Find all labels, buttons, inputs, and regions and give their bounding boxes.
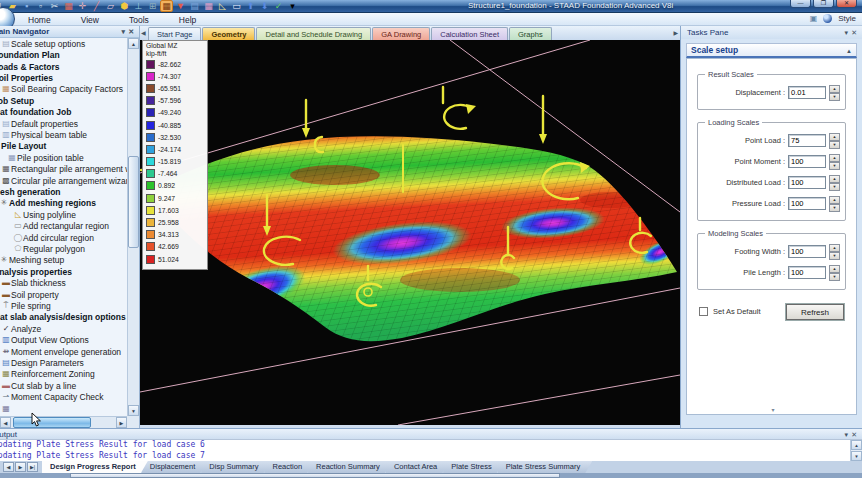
set-as-default-checkbox[interactable]	[699, 307, 708, 316]
distributed-load-input[interactable]: 100	[788, 176, 826, 189]
close-pane-icon[interactable]: ✕	[128, 28, 137, 35]
spinner[interactable]: ▲▼	[829, 244, 840, 258]
pressure-load-input[interactable]: 100	[788, 197, 826, 210]
spinner[interactable]: ▲▼	[829, 85, 840, 99]
add-beam-icon[interactable]: ╱	[90, 0, 103, 12]
report-tab-plate-stress[interactable]: Plate Stress	[443, 461, 503, 473]
measure-icon[interactable]: ◺	[216, 0, 229, 12]
sidebar-item[interactable]: Pile Layout	[0, 141, 127, 152]
horizontal-scroll-thumb[interactable]	[70, 473, 560, 478]
spinner[interactable]: ▲▼	[829, 154, 840, 168]
print-icon[interactable]: ▫	[34, 0, 47, 12]
style-button[interactable]: Style	[838, 14, 856, 23]
spinner[interactable]: ▲▼	[829, 175, 840, 189]
sidebar-item[interactable]: ▭Add rectangular region	[0, 221, 127, 232]
arrow-down-icon[interactable]: ⬇	[258, 0, 271, 12]
sidebar-item[interactable]: Mesh generation	[0, 186, 127, 197]
add-node-icon[interactable]: ✛	[76, 0, 89, 12]
tab-geometry[interactable]: Geometry	[202, 27, 255, 40]
check-icon[interactable]: ✓	[272, 0, 285, 12]
sidebar-item[interactable]: ▬Slab thickness	[0, 278, 127, 289]
scale-setup-section-header[interactable]: Scale setup ▲	[686, 43, 857, 58]
sidebar-item[interactable]: Analysis properties	[0, 266, 127, 277]
sidebar-item[interactable]: ▦Pile position table	[0, 152, 127, 163]
maximize-button[interactable]: ❐	[813, 0, 834, 8]
menu-home[interactable]: Home	[26, 15, 53, 25]
minimize-button[interactable]: —	[790, 0, 811, 8]
pile-length-input[interactable]: 100	[788, 266, 826, 279]
sidebar-item[interactable]: ▤Scale setup options	[0, 38, 127, 49]
scroll-up-icon[interactable]: ▲	[128, 38, 139, 49]
sidebar-item[interactable]: ✳Meshing setup	[0, 255, 127, 266]
sidebar-item[interactable]: ✓Analyze	[0, 323, 127, 334]
vertical-scroll-thumb[interactable]	[128, 156, 139, 248]
point-moment-input[interactable]: 100	[788, 155, 826, 168]
navigator-horizontal-scrollbar[interactable]: ◀ ▶	[0, 416, 127, 428]
sidebar-item[interactable]: Foundation Plan	[0, 49, 127, 60]
sidebar-item[interactable]: ▩Circular pile arrangement wizard	[0, 175, 127, 186]
sidebar-item[interactable]: ▦	[0, 403, 127, 414]
sidebar-item[interactable]: ▦Soil Bearing Capacity Factors	[0, 84, 127, 95]
sidebar-item[interactable]: ⇻Moment envelope generation	[0, 346, 127, 357]
tab-graphs[interactable]: Graphs	[509, 27, 552, 40]
sidebar-item[interactable]: ⬠Regular polygon	[0, 243, 127, 254]
report-tab-contact-area[interactable]: Contact Area	[386, 461, 449, 473]
point-load-input[interactable]: 75	[788, 134, 826, 147]
scroll-down-icon[interactable]: ▼	[128, 405, 139, 416]
displacement-input[interactable]: 0.01	[788, 86, 826, 99]
navigator-vertical-scrollbar[interactable]: ▲ ▼	[127, 38, 139, 416]
solid-icon[interactable]: ⬢	[118, 0, 131, 12]
spinner[interactable]: ▲▼	[829, 196, 840, 210]
collapse-icon[interactable]: ▲	[846, 45, 852, 58]
tab-ga-drawing[interactable]: GA Drawing	[372, 27, 430, 40]
menu-help[interactable]: Help	[177, 15, 198, 25]
close-pane-icon[interactable]: ✕	[851, 29, 860, 36]
cut-icon[interactable]: ✂	[48, 0, 61, 12]
zone-icon[interactable]: ▦	[202, 0, 215, 12]
sidebar-item[interactable]: ▦Reinforcement Zoning	[0, 369, 127, 380]
sidebar-item[interactable]: Job Setup	[0, 95, 127, 106]
model-viewport[interactable]: Global MZ kip-ft/ft -82.662-74.307-65.95…	[140, 40, 680, 425]
tab-calculation-sheet[interactable]: Calculation Sheet	[431, 27, 508, 40]
sidebar-item[interactable]: ▦Rectangular pile arrangement wi	[0, 163, 127, 174]
sidebar-item[interactable]: ▬Soil property	[0, 289, 127, 300]
close-pane-icon[interactable]: ✕	[851, 431, 860, 438]
load-icon[interactable]: ▼	[174, 0, 187, 12]
support-icon[interactable]: ⊥	[132, 0, 145, 12]
report-tab-reaction[interactable]: Reaction	[264, 461, 314, 473]
last-tab-icon[interactable]: ▶|	[27, 462, 38, 472]
report-horizontal-scrollbar[interactable]	[0, 473, 862, 478]
menu-tools[interactable]: Tools	[127, 15, 151, 25]
sidebar-item[interactable]: ◯Add circular region	[0, 232, 127, 243]
sidebar-item[interactable]: ◺Using polyline	[0, 209, 127, 220]
sidebar-item[interactable]: Mat foundation Job	[0, 106, 127, 117]
spinner[interactable]: ▲▼	[829, 133, 840, 147]
report-tab-disp-summary[interactable]: Disp Summary	[201, 461, 270, 473]
add-plate-icon[interactable]: ▱	[104, 0, 117, 12]
scroll-up-icon[interactable]: ▲	[851, 440, 862, 450]
tab-start-page[interactable]: Start Page	[148, 27, 201, 40]
mesh-icon[interactable]: ▦	[160, 0, 173, 12]
sidebar-item[interactable]: Loads & Factors	[0, 61, 127, 72]
sidebar-item[interactable]: ▥Physical beam table	[0, 129, 127, 140]
report-tab-reaction-summary[interactable]: Reaction Summary	[308, 461, 392, 473]
arrow-up-icon[interactable]: ⬆	[244, 0, 257, 12]
table-icon[interactable]: ▤	[188, 0, 201, 12]
sidebar-item[interactable]: ▤Default properties	[0, 118, 127, 129]
next-tab-icon[interactable]: ▶	[15, 462, 26, 472]
about-icon[interactable]	[823, 14, 832, 23]
report-tab-displacement[interactable]: Displacement	[142, 461, 207, 473]
sidebar-item[interactable]: Soil Properties	[0, 72, 127, 83]
footing-width-input[interactable]: 100	[788, 245, 826, 258]
sidebar-item[interactable]: ▬Cut slab by a line	[0, 380, 127, 391]
sidebar-item[interactable]: ▤Design Parameters	[0, 357, 127, 368]
save-icon[interactable]: ▪	[20, 0, 33, 12]
report-tab-design-progress-report[interactable]: Design Progress Report	[42, 461, 148, 473]
sidebar-item[interactable]: ▥Output View Options	[0, 335, 127, 346]
scroll-right-icon[interactable]: ▶	[116, 417, 127, 428]
refresh-button[interactable]: Refresh	[786, 304, 844, 320]
zoom-grid-icon[interactable]: ⊞	[146, 0, 159, 12]
sidebar-item[interactable]: ✳Add meshing regions	[0, 198, 127, 209]
sidebar-item[interactable]: ⇀Moment Capacity Check	[0, 392, 127, 403]
help-window-icon[interactable]: ▣	[810, 14, 818, 23]
